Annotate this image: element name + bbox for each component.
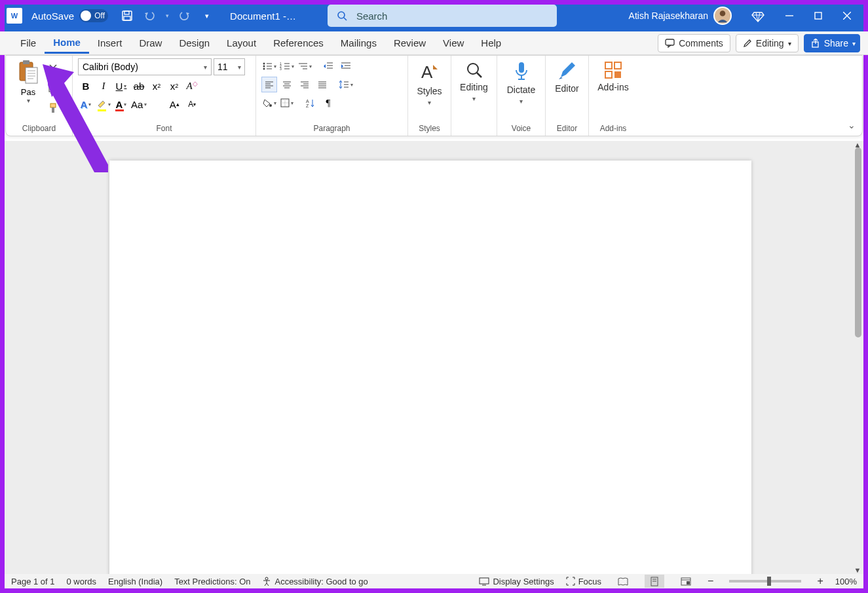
svg-point-20: [49, 70, 52, 73]
language[interactable]: English (India): [108, 577, 162, 586]
multilevel-list-button[interactable]: ▾: [297, 58, 312, 74]
format-painter-button[interactable]: [45, 100, 61, 116]
svg-point-75: [468, 64, 478, 74]
document-page[interactable]: [109, 161, 751, 574]
read-mode-icon: [618, 577, 628, 586]
bullets-button[interactable]: ▾: [261, 58, 277, 74]
font-size-select[interactable]: 11▾: [214, 58, 245, 75]
svg-rect-15: [26, 67, 37, 83]
svg-rect-92: [687, 581, 690, 584]
tab-home[interactable]: Home: [45, 33, 89, 54]
line-spacing-button[interactable]: ▾: [338, 77, 354, 92]
zoom-slider-thumb[interactable]: [767, 577, 771, 586]
comments-button[interactable]: Comments: [658, 34, 730, 52]
scroll-down-icon[interactable]: ▼: [854, 566, 861, 574]
sort-button[interactable]: AZ: [303, 95, 318, 111]
italic-button[interactable]: I: [96, 78, 111, 94]
display-settings[interactable]: Display Settings: [479, 577, 554, 586]
microphone-icon: [513, 61, 530, 82]
zoom-in-button[interactable]: +: [817, 575, 823, 587]
highlight-button[interactable]: ▾: [96, 96, 111, 112]
word-count[interactable]: 0 words: [67, 577, 97, 586]
styles-icon: A: [420, 61, 440, 83]
zoom-level[interactable]: 100%: [835, 577, 857, 586]
tab-review[interactable]: Review: [385, 33, 434, 52]
font-name-select[interactable]: Calibri (Body)▾: [78, 58, 212, 75]
align-left-button[interactable]: [261, 77, 277, 92]
chevron-down-icon: ▾: [519, 98, 523, 105]
toggle-switch[interactable]: Off: [79, 9, 108, 22]
group-label-editor: Editor: [551, 123, 583, 134]
group-label-paragraph: Paragraph: [261, 123, 402, 134]
group-label-addins: Add-ins: [594, 123, 632, 134]
change-case-button[interactable]: Aa▾: [131, 96, 147, 112]
group-label-styles: Styles: [413, 123, 445, 134]
cut-button[interactable]: [45, 61, 61, 77]
print-layout-button[interactable]: [645, 575, 664, 588]
align-center-button[interactable]: [279, 77, 295, 92]
svg-text:3: 3: [280, 67, 282, 71]
tab-help[interactable]: Help: [472, 33, 510, 52]
shrink-font-button[interactable]: A▾: [184, 96, 200, 112]
vertical-scrollbar[interactable]: ▲ ▼: [852, 141, 863, 574]
tab-layout[interactable]: Layout: [218, 33, 265, 52]
styles-button[interactable]: A Styles ▾: [413, 58, 445, 123]
text-effects-button[interactable]: A▾: [78, 96, 94, 112]
editing-group-button[interactable]: Editing ▾: [457, 58, 491, 123]
chevron-down-icon: ▾: [472, 95, 476, 102]
tab-insert[interactable]: Insert: [89, 33, 131, 52]
svg-point-30: [263, 66, 265, 67]
align-right-button[interactable]: [297, 77, 312, 92]
read-mode-button[interactable]: [613, 575, 633, 588]
scissors-icon: [48, 64, 58, 74]
underline-button[interactable]: U▾: [113, 78, 129, 94]
tab-mailings[interactable]: Mailings: [332, 33, 385, 52]
tab-design[interactable]: Design: [170, 33, 218, 52]
paste-button[interactable]: Pas ▾: [11, 58, 45, 123]
addins-button[interactable]: Add-ins: [594, 58, 632, 123]
zoom-out-button[interactable]: −: [708, 575, 713, 587]
bold-button[interactable]: B: [78, 78, 94, 94]
subscript-button[interactable]: x2: [149, 78, 164, 94]
increase-indent-button[interactable]: [338, 58, 354, 74]
scrollbar-thumb[interactable]: [855, 147, 861, 337]
dictate-button[interactable]: Dictate ▾: [502, 58, 540, 123]
numbering-button[interactable]: 123▾: [279, 58, 295, 74]
accessibility-status[interactable]: Accessibility: Good to go: [262, 577, 368, 586]
text-predictions[interactable]: Text Predictions: On: [174, 577, 250, 586]
grow-font-button[interactable]: A▴: [166, 96, 182, 112]
editor-button[interactable]: Editor: [551, 58, 583, 123]
align-right-icon: [300, 81, 309, 88]
svg-text:Z: Z: [306, 104, 309, 107]
tab-draw[interactable]: Draw: [130, 33, 170, 52]
justify-button[interactable]: [314, 77, 330, 92]
align-left-icon: [265, 81, 274, 88]
font-color-button[interactable]: A▾: [113, 96, 129, 112]
editing-mode-button[interactable]: Editing ▾: [736, 34, 799, 52]
superscript-button[interactable]: x2: [166, 78, 182, 94]
svg-point-84: [265, 577, 268, 580]
strikethrough-button[interactable]: ab: [131, 78, 147, 94]
shading-button[interactable]: ▾: [261, 95, 277, 111]
focus-mode[interactable]: Focus: [566, 577, 601, 586]
web-layout-button[interactable]: [676, 575, 696, 588]
bucket-icon: [262, 98, 273, 107]
zoom-slider[interactable]: [729, 580, 801, 583]
copy-button[interactable]: [45, 81, 61, 96]
chevron-down-icon: ▾: [788, 40, 791, 47]
share-button[interactable]: Share ▾: [804, 34, 860, 52]
svg-rect-25: [51, 86, 57, 94]
tab-references[interactable]: References: [265, 33, 332, 52]
page-count[interactable]: Page 1 of 1: [11, 577, 55, 586]
svg-rect-82: [605, 71, 612, 78]
collapse-ribbon-button[interactable]: ⌄: [848, 120, 856, 130]
borders-button[interactable]: ▾: [279, 95, 295, 111]
tab-file[interactable]: File: [12, 33, 45, 52]
decrease-indent-button[interactable]: [320, 58, 336, 74]
show-marks-button[interactable]: ¶: [320, 95, 336, 111]
justify-icon: [318, 81, 327, 88]
group-label-voice: Voice: [502, 123, 540, 134]
tab-view[interactable]: View: [434, 33, 472, 52]
svg-point-21: [54, 70, 58, 73]
clear-formatting-button[interactable]: A◇: [184, 78, 200, 94]
